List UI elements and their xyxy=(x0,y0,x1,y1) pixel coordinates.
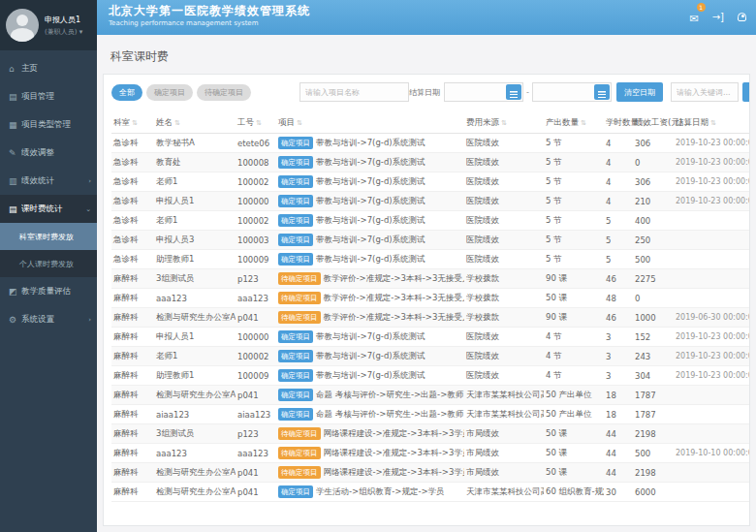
sidebar-item-项目管理[interactable]: ▤ 项目管理 xyxy=(0,82,97,110)
cell-name: 申报人员3 xyxy=(154,231,236,250)
messages-button[interactable]: ✉ 1 xyxy=(690,8,699,26)
cell-name: 助理教师1 xyxy=(154,366,236,386)
clear-date-button[interactable]: 清空日期 xyxy=(616,82,663,102)
table-row[interactable]: 急诊科 申报人员1 100000 确定项目带教与培训->7(g-d)系统测试 医… xyxy=(111,192,750,211)
sort-icon[interactable]: ⇅ xyxy=(581,119,586,127)
sidebar-item-绩效统计[interactable]: ▥ 绩效统计 › xyxy=(0,167,97,195)
cell-settle-date xyxy=(674,463,750,483)
sort-icon[interactable]: ⇅ xyxy=(132,119,138,127)
column-header-结算日期[interactable]: 结算日期⇅ xyxy=(674,113,750,134)
cell-fee-source: 天津市某某科技公司高级项目 xyxy=(464,405,544,424)
cell-class-hours: 3 xyxy=(604,366,633,386)
column-header-工号[interactable]: 工号⇅ xyxy=(236,113,276,134)
cell-settle-date: 2019-10-23 00:00:00 xyxy=(674,134,750,153)
table-row[interactable]: 急诊科 助理教师1 100009 确定项目带教与培训->7(g-d)系统测试 医… xyxy=(111,250,750,269)
table-row[interactable]: 急诊科 老师1 100002 确定项目带教与培训->7(g-d)系统测试 医院绩… xyxy=(111,211,750,231)
project-status-badge: 确定项目 xyxy=(278,195,313,207)
table-row[interactable]: 麻醉科 aaa123 aaa123 待确定项目教学评价->准规定->3本科->3… xyxy=(111,289,750,308)
table-row[interactable]: 麻醉科 老师1 100002 确定项目带教与培训->7(g-d)系统测试 医院绩… xyxy=(111,347,750,366)
cell-settle-date: 2019-06-30 00:00:00 xyxy=(674,308,750,328)
calendar-icon[interactable] xyxy=(506,84,521,100)
table-row[interactable]: 麻醉科 3组测试员 p123 待确定项目教学评价->准规定->3本科->3无接受… xyxy=(111,269,750,289)
column-header-姓名[interactable]: 姓名⇅ xyxy=(154,113,236,134)
table-row[interactable]: 麻醉科 3组测试员 p123 待确定项目网络课程建设->准规定->3本科->3学… xyxy=(111,424,750,444)
toolbar: 全部确定项目待确定项目 结算日期 - 清空日期 搜索 xyxy=(111,82,741,102)
home-icon: ⌂ xyxy=(9,64,21,74)
sidebar-item-项目类型管理[interactable]: ▦ 项目类型管理 xyxy=(0,110,97,139)
cell-class-hours: 5 xyxy=(604,211,633,231)
project-status-badge: 确定项目 xyxy=(278,369,313,382)
column-header-产出数量[interactable]: 产出数量⇅ xyxy=(544,113,604,134)
table-row[interactable]: 麻醉科 检测与研究生办公室A p041 确定项目学生活动->组织教育->规定->… xyxy=(111,483,750,502)
user-icon[interactable] xyxy=(738,13,746,21)
table-row[interactable]: 麻醉科 助理教师1 100009 确定项目带教与培训->7(g-d)系统测试 医… xyxy=(111,366,750,386)
cell-worker-id: aaa123 xyxy=(236,444,276,463)
table-row[interactable]: 麻醉科 aaa123 aaa123 待确定项目网络课程建设->准规定->3本科-… xyxy=(111,444,750,463)
table-row[interactable]: 急诊科 教学秘书A etete06 确定项目带教与培训->7(g-d)系统测试 … xyxy=(111,134,750,153)
top-header: 北京大学第一医院教学绩效管理系统 Teaching performance ma… xyxy=(97,0,756,35)
calendar-icon[interactable] xyxy=(594,84,610,100)
cell-project: 待确定项目教学评价->准规定->3本科->3无接受人 xyxy=(276,269,464,289)
cell-class-hours: 18 xyxy=(604,386,633,405)
project-status-badge: 确定项目 xyxy=(278,175,313,188)
sidebar-item-教学质量评估[interactable]: ◩ 教学质量评估 xyxy=(0,277,97,305)
table-row[interactable]: 麻醉科 aiaa123 aiaa123 确定项目命题 考核与评价->研究生->出… xyxy=(111,405,750,424)
search-button[interactable]: 搜索 xyxy=(742,82,750,102)
cell-project: 确定项目带教与培训->7(g-d)系统测试 xyxy=(276,153,464,172)
cell-project: 确定项目命题 考核与评价->研究生->出题->教师 xyxy=(276,405,464,424)
sidebar-item-系统设置[interactable]: ⚙ 系统设置 › xyxy=(0,305,97,333)
sort-icon[interactable]: ⇅ xyxy=(501,119,507,127)
table-row[interactable]: 麻醉科 检测与研究生办公室A p041 确定项目命题 考核与评价->研究生->出… xyxy=(111,386,750,405)
sidebar-subitem-科室课时费发放[interactable]: 科室课时费发放 xyxy=(0,223,97,250)
column-header-科室[interactable]: 科室⇅ xyxy=(111,113,154,134)
cell-worker-id: 100002 xyxy=(236,347,276,366)
performance-adjust-icon: ✎ xyxy=(9,148,21,158)
cell-output-quantity: 90 课 xyxy=(544,269,604,289)
cell-project: 确定项目带教与培训->7(g-d)系统测试 xyxy=(276,231,464,250)
project-status-badge: 待确定项目 xyxy=(278,466,321,479)
table-row[interactable]: 麻醉科 申报人员1 100000 确定项目带教与培训->7(g-d)系统测试 医… xyxy=(111,328,750,347)
table-row[interactable]: 急诊科 老师1 100002 确定项目带教与培训->7(g-d)系统测试 医院绩… xyxy=(111,172,750,192)
user-panel: 申报人员1 (兼职人员) ▾ xyxy=(0,0,97,50)
column-header-费用来源[interactable]: 费用来源⇅ xyxy=(464,113,544,134)
cell-class-hours: 4 xyxy=(604,134,633,153)
project-name-input[interactable] xyxy=(299,82,409,102)
cell-name: aaa123 xyxy=(154,289,236,308)
table-row[interactable]: 急诊科 申报人员3 100003 确定项目带教与培训->7(g-d)系统测试 医… xyxy=(111,231,750,250)
cell-class-hours: 46 xyxy=(604,308,633,328)
filter-pill-待确定项目[interactable]: 待确定项目 xyxy=(197,84,251,101)
table-row[interactable]: 麻醉科 检测与研究生办公室A p041 待确定项目网络课程建设->准规定->3本… xyxy=(111,463,750,483)
cell-class-hours: 4 xyxy=(604,192,633,211)
cell-name: 教学秘书A xyxy=(154,134,236,153)
sidebar-item-绩效调整[interactable]: ✎ 绩效调整 xyxy=(0,139,97,167)
sort-icon[interactable]: ⇅ xyxy=(710,119,716,127)
cell-name: 检测与研究生办公室A xyxy=(154,463,236,483)
cell-project: 确定项目带教与培训->7(g-d)系统测试 xyxy=(276,134,464,153)
cell-project: 待确定项目网络课程建设->准规定->3本科->3学员 xyxy=(276,444,464,463)
cell-dept: 麻醉科 xyxy=(111,347,154,366)
cell-name: 3组测试员 xyxy=(154,269,236,289)
project-status-badge: 确定项目 xyxy=(278,330,313,343)
cell-class-hours: 48 xyxy=(604,289,633,308)
column-header-绩效工资(元)[interactable]: 绩效工资(元)⇅ xyxy=(633,113,674,134)
table-row[interactable]: 急诊科 教育处 100008 确定项目带教与培训->7(g-d)系统测试 医院绩… xyxy=(111,153,750,172)
user-role-dropdown[interactable]: (兼职人员) ▾ xyxy=(45,27,82,37)
sidebar-subitem-个人课时费发放[interactable]: 个人课时费发放 xyxy=(0,250,97,277)
filter-pill-全部[interactable]: 全部 xyxy=(111,84,142,101)
cell-output-quantity: 4 节 xyxy=(544,366,604,386)
cell-dept: 麻醉科 xyxy=(111,424,154,444)
column-header-项目[interactable]: 项目⇅ xyxy=(276,113,464,134)
sidebar-item-主页[interactable]: ⌂ 主页 xyxy=(0,54,97,82)
table-row[interactable]: 麻醉科 检测与研究生办公室A p041 待确定项目教学评价->准规定->3本科-… xyxy=(111,308,750,328)
filter-pill-确定项目[interactable]: 确定项目 xyxy=(146,84,193,101)
cell-dept: 麻醉科 xyxy=(111,463,154,483)
column-header-学时数量[interactable]: 学时数量⇅ xyxy=(604,113,633,134)
cell-settle-date: 2019-10-10 00:00:00 xyxy=(674,444,750,463)
logout-icon[interactable]: →] xyxy=(712,12,724,22)
sort-icon[interactable]: ⇅ xyxy=(297,119,302,127)
sort-icon[interactable]: ⇅ xyxy=(256,119,262,127)
keyword-search-input[interactable] xyxy=(671,82,739,102)
sort-icon[interactable]: ⇅ xyxy=(174,119,180,127)
cell-name: 老师1 xyxy=(154,347,236,366)
sidebar-item-课时费统计[interactable]: ▤ 课时费统计 ⌄ xyxy=(0,195,97,223)
